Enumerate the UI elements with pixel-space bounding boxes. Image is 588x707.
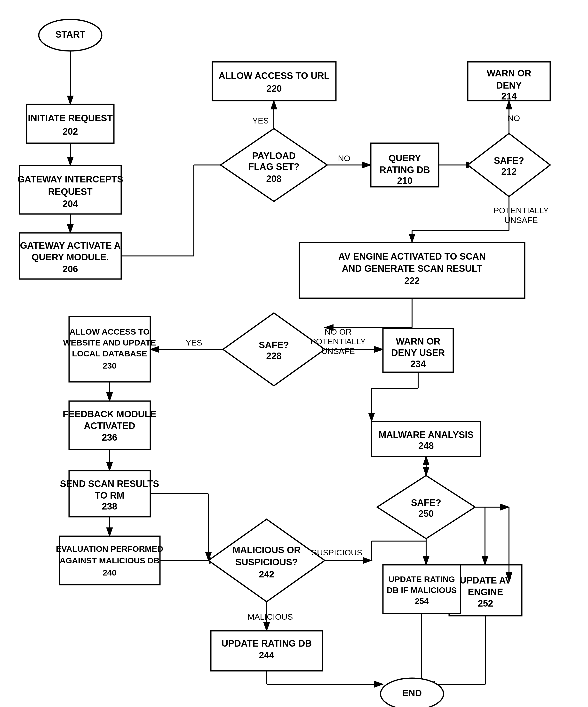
n240-l1: EVALUATION PERFORMED [56,544,163,553]
n212-l1: SAFE? [494,156,524,166]
n244-l1: UPDATE RATING DB [222,638,312,648]
n202-num: 202 [63,126,78,137]
n250-l1: SAFE? [411,498,441,508]
no-or-potentially-unsafe-l3: UNSAFE [321,346,355,356]
n236-num: 236 [102,432,117,442]
potentially-unsafe: POTENTIALLY [493,206,549,215]
n220-l1: ALLOW ACCESS TO URL [219,71,330,81]
n254-l1: UPDATE RATING [389,575,455,584]
yes-label-228: YES [186,338,202,347]
n206-l2: QUERY MODULE. [32,252,109,262]
n210-l1: QUERY [389,153,421,163]
n222-num: 222 [404,276,419,286]
n250-num: 250 [418,509,434,519]
n228-num: 228 [266,351,282,361]
n234-num: 234 [410,359,426,369]
no-label-208: NO [338,154,351,163]
n210-l2: RATING DB [379,165,430,175]
n214-num: 214 [501,91,516,101]
n254-num: 254 [415,596,429,606]
yes-label-208: YES [252,116,269,125]
n208-l2: FLAG SET? [248,162,299,172]
n244-num: 244 [259,650,274,660]
n236-l2: ACTIVATED [84,421,135,431]
n234-l1: WARN OR [396,336,440,346]
n208-num: 208 [266,174,282,184]
no-label-212: NO [508,113,520,123]
end-label: END [402,688,422,698]
svg-rect-13 [212,62,336,101]
n252-num: 252 [478,598,493,608]
flowchart-container: START INITIATE REQUEST 202 GATEWAY INTER… [0,0,588,707]
n210-num: 210 [397,176,412,186]
n248-num: 248 [418,441,434,451]
n208-l1: PAYLOAD [252,151,295,161]
n202-label: INITIATE REQUEST [28,113,113,123]
n228-l1: SAFE? [259,340,289,350]
n242-l1: MALICIOUS OR [233,545,301,555]
n238-num: 238 [102,501,117,511]
n222-l1: AV ENGINE ACTIVATED TO SCAN [338,251,486,262]
malicious-label: MALICIOUS [248,612,293,621]
n238-l2: TO RM [95,490,124,501]
n214-l2: DENY [496,80,522,91]
n240-l2: AGAINST MALICIOUS DB [60,556,159,565]
n212-num: 212 [501,166,516,177]
n234-l2: DENY USER [391,348,445,358]
n248-l1: MALWARE ANALYSIS [378,430,474,440]
n254-l2: DB IF MALICIOUS [387,585,457,595]
n238-l1: SEND SCAN RESULTS [60,479,159,489]
n230-num: 230 [103,361,117,370]
n242-l2: SUSPICIOUS? [235,557,298,567]
suspicious-label: SUSPICIOUS [311,548,362,557]
n204-l1: GATEWAY INTERCEPTS [17,174,123,184]
n252-l2: ENGINE [468,587,503,597]
n204-num: 204 [63,199,78,209]
no-or-potentially-unsafe-l1: NO OR [325,327,352,336]
n206-num: 206 [63,264,78,274]
n230-l1: ALLOW ACCESS TO [70,327,150,336]
no-or-potentially-unsafe-l2: POTENTIALLY [310,337,366,346]
start-label: START [55,29,85,39]
n204-l2: REQUEST [48,187,93,197]
n230-l3: LOCAL DATABASE [72,349,147,358]
n230-l2: WEBSITE AND UPDATE [63,338,156,347]
n222-l2: AND GENERATE SCAN RESULT [342,264,482,274]
n220-num: 220 [266,83,282,94]
n252-l1: UPDATE AV [460,575,511,585]
n206-l1: GATEWAY ACTIVATE A [20,240,120,250]
n242-num: 242 [259,569,274,579]
n240-num: 240 [103,568,117,577]
n214-l1: WARN OR [487,68,531,78]
n236-l1: FEEDBACK MODULE [63,409,156,419]
svg-rect-3 [27,104,114,143]
